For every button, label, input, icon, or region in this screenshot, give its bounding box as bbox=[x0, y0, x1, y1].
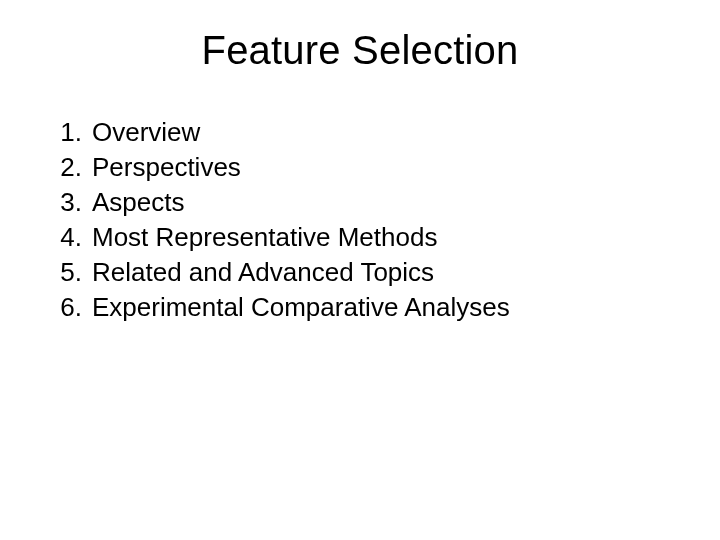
list-item-label: Perspectives bbox=[92, 150, 674, 185]
list-item: 2. Perspectives bbox=[54, 150, 674, 185]
list-item-number: 3. bbox=[54, 185, 92, 220]
list-item-label: Aspects bbox=[92, 185, 674, 220]
list-item-label: Overview bbox=[92, 115, 674, 150]
slide: Feature Selection 1. Overview 2. Perspec… bbox=[0, 0, 720, 540]
list-item-label: Related and Advanced Topics bbox=[92, 255, 674, 290]
list-item-number: 4. bbox=[54, 220, 92, 255]
list-item: 6. Experimental Comparative Analyses bbox=[54, 290, 674, 325]
list-item: 5. Related and Advanced Topics bbox=[54, 255, 674, 290]
list-item-label: Experimental Comparative Analyses bbox=[92, 290, 674, 325]
slide-title: Feature Selection bbox=[46, 28, 674, 73]
list-item-number: 2. bbox=[54, 150, 92, 185]
list-item: 1. Overview bbox=[54, 115, 674, 150]
list-item-number: 1. bbox=[54, 115, 92, 150]
outline-list: 1. Overview 2. Perspectives 3. Aspects 4… bbox=[46, 115, 674, 326]
list-item-number: 6. bbox=[54, 290, 92, 325]
list-item: 3. Aspects bbox=[54, 185, 674, 220]
list-item: 4. Most Representative Methods bbox=[54, 220, 674, 255]
list-item-label: Most Representative Methods bbox=[92, 220, 674, 255]
list-item-number: 5. bbox=[54, 255, 92, 290]
